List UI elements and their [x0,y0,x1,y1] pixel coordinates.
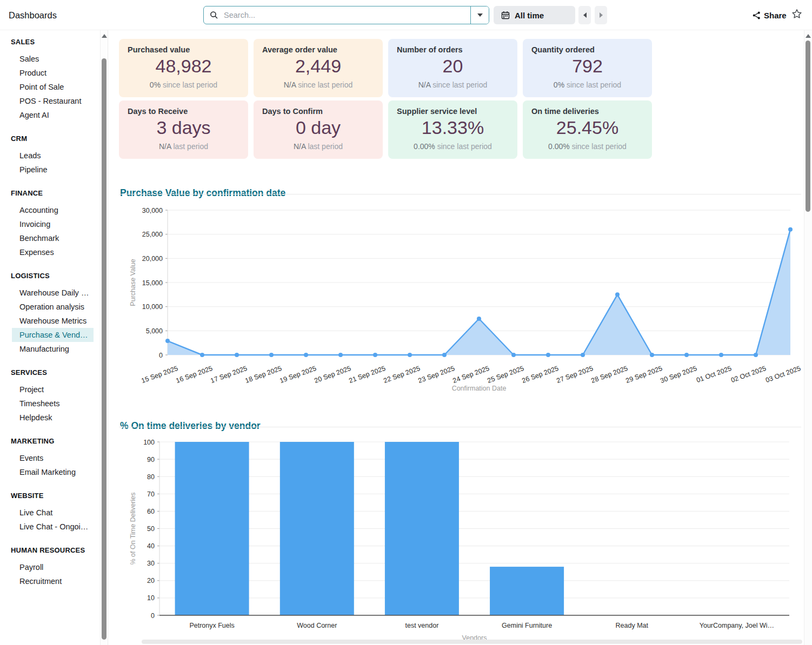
bar-gemini-furniture[interactable] [490,567,564,615]
x-tick-label: 18 Sep 2025 [244,365,283,385]
search-group [203,6,489,24]
main-scrollbar [804,30,812,645]
kpi-value: 13.33% [397,117,509,138]
share-button[interactable]: Share [749,8,790,23]
kpi-subtitle: N/A last period [262,142,374,151]
star-icon [791,9,802,19]
data-point[interactable] [650,353,654,357]
kpi-delta: N/A [284,80,296,89]
sidebar-item-accounting[interactable]: Accounting [12,203,94,217]
sidebar-section-logistics: LOGISTICSWarehouse Daily …Operation anal… [0,272,108,356]
x-tick-label: 03 Oct 2025 [764,365,801,384]
data-point[interactable] [408,353,412,357]
sidebar-item-pos-restaurant[interactable]: POS - Restaurant [12,94,94,108]
x-tick-label: 16 Sep 2025 [175,365,214,385]
y-tick-label: 80 [147,473,155,481]
area-fill [168,230,790,355]
kpi-card-number-of-orders: Number of orders20N/A since last period [388,39,517,97]
data-point[interactable] [511,353,516,357]
sidebar-item-purchase-vend[interactable]: Purchase & Vend… [12,328,94,342]
sidebar-scrollbar-thumb[interactable] [102,58,107,640]
y-tick-label: 90 [147,456,155,463]
kpi-card-days-to-receive: Days to Receive3 daysN/A last period [119,100,248,159]
sidebar-item-warehouse-daily[interactable]: Warehouse Daily … [12,286,94,300]
period-prev-button[interactable] [578,6,591,24]
sidebar-item-live-chat[interactable]: Live Chat [12,506,94,520]
x-tick-label: 29 Sep 2025 [625,365,663,385]
x-tick-label: YourCompany, Joel Wi… [700,622,774,629]
sidebar-item-warehouse-metrics[interactable]: Warehouse Metrics [12,314,94,328]
period-filter-button[interactable]: All time [494,6,575,24]
sidebar-item-operation-analysis[interactable]: Operation analysis [12,300,94,314]
data-point[interactable] [269,353,274,357]
calendar-icon [501,11,510,19]
kpi-delta: N/A [159,142,171,151]
bar-test-vendor[interactable] [385,442,459,615]
sidebar-section-crm: CRMLeadsPipeline [0,135,108,177]
period-filter-label: All time [515,11,544,20]
sidebar-item-timesheets[interactable]: Timesheets [12,397,94,411]
data-point[interactable] [615,292,620,297]
search-input[interactable] [223,10,470,20]
data-point[interactable] [477,317,481,321]
y-tick-label: 20,000 [142,255,163,263]
sidebar-item-payroll[interactable]: Payroll [12,560,94,574]
data-point[interactable] [235,353,239,357]
sidebar-item-live-chat-ongoi[interactable]: Live Chat - Ongoi… [12,520,94,534]
kpi-value: 2,449 [262,56,374,77]
x-tick-label: Wood Corner [297,622,337,629]
kpi-delta: N/A [294,142,306,151]
data-point[interactable] [581,353,585,357]
sidebar-section-label: MARKETING [0,437,108,445]
y-tick-label: 5,000 [146,327,163,335]
share-icon [753,11,761,19]
sidebar-item-recruitment[interactable]: Recruitment [12,574,94,588]
period-next-button[interactable] [595,6,607,24]
favorite-button[interactable] [790,8,803,22]
kpi-title: On time deliveries [531,107,643,116]
kpi-grid: Purchased value48,9820% since last perio… [119,39,652,159]
line-chart-title: Purchase Value by confirmation date [120,187,285,199]
kpi-title: Number of orders [397,45,509,54]
sidebar-item-events[interactable]: Events [12,451,94,465]
sidebar-item-sales[interactable]: Sales [12,52,94,66]
data-point[interactable] [442,353,447,357]
sidebar-item-expenses[interactable]: Expenses [12,245,94,259]
data-point[interactable] [338,353,343,357]
data-point[interactable] [754,353,758,357]
data-point[interactable] [165,339,170,343]
horizontal-scrollbar-thumb[interactable] [142,640,802,644]
sidebar-item-invoicing[interactable]: Invoicing [12,217,94,231]
main-scrollbar-thumb[interactable] [806,41,810,212]
sidebar-item-agent-ai[interactable]: Agent AI [12,108,94,122]
x-tick-label: Petronyx Fuels [189,622,234,629]
x-tick-label: 30 Sep 2025 [660,365,698,385]
sidebar-section-services: SERVICESProjectTimesheetsHelpdesk [0,368,108,425]
scroll-up-arrow-icon[interactable] [102,34,107,38]
sidebar-item-helpdesk[interactable]: Helpdesk [12,411,94,425]
data-point[interactable] [684,353,689,357]
data-point[interactable] [788,227,793,232]
x-tick-label: 25 Sep 2025 [487,365,525,385]
sidebar-item-leads[interactable]: Leads [12,149,94,163]
kpi-subtitle: 0% since last period [128,80,239,89]
bar-wood-corner[interactable] [280,442,354,615]
sidebar-item-project[interactable]: Project [12,382,94,397]
sidebar-item-benchmark[interactable]: Benchmark [12,231,94,245]
sidebar-item-manufacturing[interactable]: Manufacturing [12,342,94,356]
bar-petronyx-fuels[interactable] [175,442,249,615]
chevron-right-icon [600,12,603,18]
x-tick-label: 24 Sep 2025 [452,365,490,385]
data-point[interactable] [304,353,308,357]
data-point[interactable] [719,353,723,357]
share-label: Share [764,11,787,20]
data-point[interactable] [546,353,550,357]
sidebar-item-email-marketing[interactable]: Email Marketing [12,465,94,479]
sidebar-item-pipeline[interactable]: Pipeline [12,163,94,177]
sidebar-item-product[interactable]: Product [12,66,94,80]
sidebar-item-point-of-sale[interactable]: Point of Sale [12,80,94,94]
scroll-up-arrow-icon[interactable] [806,34,811,38]
search-dropdown-button[interactable] [470,6,489,24]
data-point[interactable] [200,353,204,357]
data-point[interactable] [373,353,377,357]
